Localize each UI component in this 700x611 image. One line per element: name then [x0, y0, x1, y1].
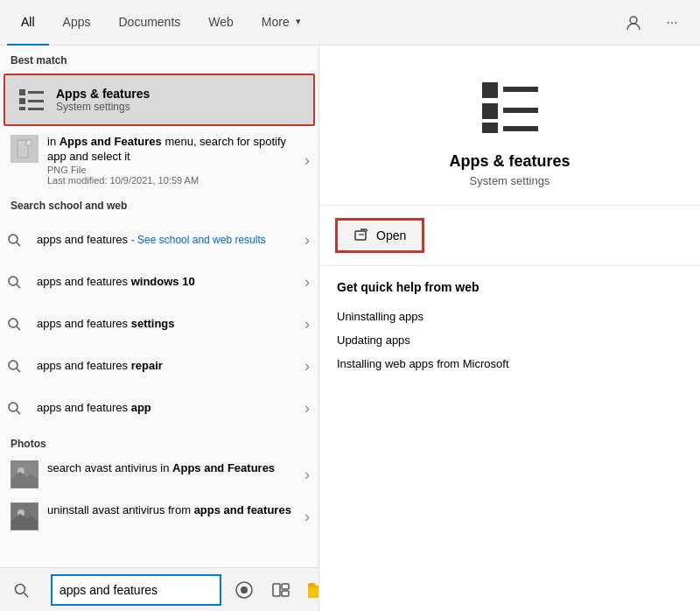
svg-rect-42 [355, 231, 366, 240]
web-result-2[interactable]: apps and features settings [0, 303, 318, 345]
tab-apps[interactable]: Apps [49, 0, 105, 46]
right-panel: Apps & features System settings Open Get… [319, 46, 700, 611]
search-web-section: Search school and web [0, 193, 318, 219]
open-btn-area: Open [319, 206, 700, 266]
file-result-item[interactable]: in Apps and Features menu, search for sp… [0, 128, 318, 193]
svg-point-28 [241, 586, 248, 593]
app-big-title: Apps & features [449, 152, 570, 171]
svg-rect-30 [282, 584, 289, 589]
chevron-right-photo-0 [304, 465, 310, 483]
svg-rect-37 [482, 103, 498, 119]
file-title: in Apps and Features menu, search for sp… [47, 135, 308, 165]
svg-point-9 [9, 235, 18, 243]
file-modified: Last modified: 10/9/2021, 10:59 AM [47, 175, 308, 186]
search-input-wrapper [51, 574, 221, 606]
svg-rect-39 [503, 87, 538, 92]
svg-rect-36 [482, 82, 498, 98]
app-big-icon [475, 72, 545, 142]
svg-point-15 [9, 361, 18, 369]
user-icon[interactable] [620, 9, 648, 37]
quick-help: Get quick help from web Uninstalling app… [319, 266, 700, 390]
task-view-icon[interactable] [265, 574, 297, 606]
quick-help-link-1[interactable]: Updating apps [337, 328, 682, 352]
svg-rect-5 [28, 100, 44, 102]
web-result-1[interactable]: apps and features windows 10 [0, 261, 318, 303]
svg-rect-3 [19, 107, 25, 110]
web-result-text-1: apps and features windows 10 [37, 275, 195, 288]
tab-web[interactable]: Web [194, 0, 248, 46]
right-top: Apps & features System settings [319, 46, 700, 206]
svg-line-10 [17, 242, 20, 246]
svg-rect-31 [282, 591, 289, 596]
best-match-text: Apps & features System settings [56, 87, 150, 113]
search-icon-2 [0, 310, 28, 338]
chevron-right-icon-4 [304, 398, 310, 417]
search-icon-0 [0, 226, 28, 254]
tab-bar: All Apps Documents Web More ▾ ··· [0, 0, 700, 46]
file-explorer-icon[interactable] [302, 574, 319, 606]
file-type: PNG File [47, 165, 308, 175]
quick-help-link-0[interactable]: Uninstalling apps [337, 305, 682, 328]
content-area: Best match Apps & features System sett [0, 46, 700, 611]
left-panel: Best match Apps & features System sett [0, 46, 319, 611]
search-bar [0, 567, 318, 611]
more-options-icon[interactable]: ··· [658, 9, 686, 37]
svg-point-0 [630, 17, 637, 24]
photo-thumb-0 [10, 460, 38, 488]
quick-help-link-2[interactable]: Installing web apps from Microsoft [337, 352, 682, 376]
chevron-down-icon: ▾ [296, 16, 301, 27]
search-web-label: Search school and web [10, 200, 318, 212]
best-match-title: Apps & features [56, 87, 150, 101]
tab-bar-left: All Apps Documents Web More ▾ [7, 0, 315, 46]
search-icon-4 [0, 394, 28, 422]
web-result-text-4: apps and features app [37, 401, 151, 414]
tab-bar-right: ··· [620, 9, 693, 37]
search-window: All Apps Documents Web More ▾ ··· Best m… [0, 0, 700, 611]
best-match-item[interactable]: Apps & features System settings [4, 74, 315, 126]
web-result-text-0: apps and features - See school and web r… [37, 233, 266, 246]
file-icon [10, 135, 38, 163]
tab-more[interactable]: More ▾ [248, 0, 315, 46]
tab-documents[interactable]: Documents [104, 0, 194, 46]
svg-rect-32 [308, 587, 319, 598]
svg-point-17 [9, 403, 18, 411]
photo-text-0: search avast antivirus in Apps and Featu… [47, 460, 275, 476]
search-icon-1 [0, 268, 28, 296]
svg-line-12 [17, 284, 20, 288]
cortana-icon[interactable] [228, 574, 260, 606]
search-bar-icon [7, 576, 35, 604]
app-big-subtitle: System settings [470, 174, 550, 187]
web-result-0[interactable]: apps and features - See school and web r… [0, 219, 318, 261]
photo-thumb-1 [10, 502, 38, 530]
tab-all[interactable]: All [7, 0, 49, 46]
svg-rect-8 [26, 140, 32, 145]
svg-rect-2 [19, 98, 25, 104]
svg-line-16 [17, 369, 20, 372]
svg-rect-29 [273, 584, 280, 596]
svg-rect-4 [28, 91, 44, 94]
open-icon [354, 228, 369, 243]
chevron-right-photo-1 [304, 507, 310, 525]
apps-features-icon [16, 84, 47, 116]
best-match-label: Best match [0, 46, 318, 72]
photo-result-1[interactable]: uninstall avast antivirus from apps and … [0, 495, 318, 537]
photos-label: Photos [0, 432, 318, 453]
svg-rect-6 [28, 108, 44, 110]
svg-point-13 [9, 319, 18, 327]
open-label: Open [376, 228, 406, 242]
chevron-right-icon-1 [304, 272, 310, 291]
chevron-right-icon-2 [304, 314, 310, 333]
open-button[interactable]: Open [337, 220, 423, 251]
svg-line-26 [24, 593, 29, 597]
svg-line-18 [17, 411, 20, 414]
svg-point-11 [9, 277, 18, 285]
photo-result-0[interactable]: search avast antivirus in Apps and Featu… [0, 453, 318, 495]
web-result-4[interactable]: apps and features app [0, 387, 318, 429]
file-text: in Apps and Features menu, search for sp… [47, 135, 308, 186]
web-result-3[interactable]: apps and features repair [0, 345, 318, 387]
svg-point-25 [16, 584, 25, 593]
svg-rect-1 [19, 89, 25, 95]
search-input[interactable] [60, 583, 213, 597]
photo-text-1: uninstall avast antivirus from apps and … [47, 502, 291, 518]
photos-section: Photos search avast antivirus in Apps an… [0, 429, 318, 541]
